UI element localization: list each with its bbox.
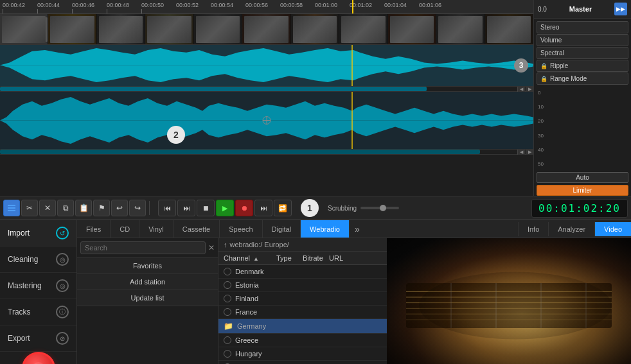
tabs-row: Files CD Vinyl Cassette Speech Digital W…	[77, 220, 631, 238]
mastering-label: Mastering	[8, 281, 42, 290]
channel-panel: ↑ webradio:/ Europe/ Channel ▲ Type Bitr…	[218, 238, 387, 364]
redo-button[interactable]: ↪	[129, 200, 146, 216]
radio-finland	[224, 295, 231, 302]
path-arrow-up[interactable]: ↑	[224, 241, 227, 248]
film-strip	[0, 14, 533, 45]
tab-speech[interactable]: Speech	[220, 220, 262, 238]
tab-analyzer[interactable]: Analyzer	[548, 222, 594, 236]
ruler-mark: 00:01:04	[384, 2, 407, 8]
channel-row-denmark[interactable]: Denmark	[218, 265, 387, 279]
path-text: webradio:/ Europe/	[230, 241, 289, 248]
channel-row-estonia[interactable]: Estonia	[218, 279, 387, 292]
channel-name-germany: Germany	[237, 322, 285, 330]
sidebar-item-mastering[interactable]: Mastering ◎	[0, 273, 76, 299]
tracks-label: Tracks	[8, 308, 31, 316]
col-type-header[interactable]: Type	[276, 254, 303, 262]
channel-row-france[interactable]: France	[218, 306, 387, 319]
channel-list: Denmark Estonia Finland	[218, 265, 387, 364]
timeline-ruler[interactable]: 00:00:42 00:00:44 00:00:46 00:00:48 00:0…	[0, 0, 533, 14]
copy-tool[interactable]: ⧉	[57, 200, 74, 216]
step-1-badge: 1	[301, 199, 319, 217]
tab-more-button[interactable]: »	[350, 221, 365, 238]
tab-cassette[interactable]: Cassette	[173, 220, 220, 238]
master-label: Master	[569, 5, 592, 13]
sidebar-item-cleaning[interactable]: Cleaning ◎	[0, 247, 76, 273]
col-url-header[interactable]: URL	[329, 254, 382, 262]
play-button[interactable]: ▶	[216, 200, 234, 216]
col-channel-header[interactable]: Channel ▲	[224, 254, 276, 262]
auto-button[interactable]: Auto	[537, 172, 628, 183]
tab-vinyl[interactable]: Vinyl	[139, 220, 173, 238]
record-transport-button[interactable]: ⏺	[235, 200, 253, 216]
ruler-mark: 00:00:52	[176, 2, 199, 8]
track-1-scrollbar[interactable]: ◀ ▶	[0, 87, 533, 92]
cleaning-icon: ◎	[56, 253, 69, 266]
master-level: 0.0	[538, 6, 547, 13]
mastering-icon: ◎	[56, 279, 69, 292]
radio-france	[224, 308, 231, 316]
channel-name-estonia: Estonia	[235, 281, 284, 289]
film-frame	[436, 14, 484, 45]
film-frame	[485, 14, 533, 45]
sidebar-item-import[interactable]: Import ↺	[0, 220, 76, 247]
tab-video[interactable]: Video	[594, 222, 631, 236]
channel-name-finland: Finland	[235, 295, 284, 302]
search-clear-button[interactable]: ✕	[208, 243, 215, 252]
loop-button[interactable]: 🔁	[274, 200, 292, 216]
stereo-label: Stereo	[540, 24, 559, 31]
channel-row-hungary[interactable]: Hungary	[218, 347, 387, 361]
film-frame	[388, 14, 436, 45]
update-list-button[interactable]: Update list	[77, 290, 218, 306]
cursor-tool[interactable]: ✂	[21, 200, 38, 216]
ruler-mark: 00:00:42	[3, 2, 25, 8]
sidebar-item-tracks[interactable]: Tracks ⓘ	[0, 299, 76, 325]
spectral-button[interactable]: Spectral	[537, 47, 628, 59]
stop-button[interactable]: ⏹	[197, 200, 215, 216]
file-browser: ✕ Favorites Add station Update list	[77, 238, 218, 364]
prev-button[interactable]: ⏭	[177, 200, 195, 216]
toolbar: ✂ ✕ ⧉ 📋 ⚑ ↩ ↪ ⏮ ⏭ ⏹ ▶ ⏺ ⏭ 🔁 1 Scrubbing …	[0, 196, 631, 220]
next-button[interactable]: ⏭	[254, 200, 272, 216]
channel-row-finland[interactable]: Finland	[218, 292, 387, 306]
record-button[interactable]	[22, 352, 55, 364]
range-mode-button[interactable]: 🔒 Range Mode	[537, 73, 628, 85]
film-frame	[291, 14, 339, 45]
search-input[interactable]	[80, 241, 206, 254]
skip-start-button[interactable]: ⏮	[158, 200, 176, 216]
flag-tool[interactable]: ⚑	[93, 200, 110, 216]
stereo-button[interactable]: Stereo	[537, 21, 628, 33]
channel-row-greece[interactable]: Greece	[218, 334, 387, 347]
menu-button[interactable]	[3, 200, 20, 216]
ripple-button[interactable]: 🔒 Ripple	[537, 60, 628, 72]
undo-button[interactable]: ↩	[111, 200, 128, 216]
content-panels: ✕ Favorites Add station Update list ↑ we…	[77, 238, 631, 364]
ripple-label: Ripple	[550, 62, 568, 69]
favorites-button[interactable]: Favorites	[77, 258, 218, 274]
export-icon: ⊘	[56, 332, 69, 345]
ruler-mark: 00:01:06	[419, 2, 441, 8]
scrubbing-slider[interactable]	[360, 207, 399, 209]
sidebar-item-export[interactable]: Export ⊘	[0, 325, 76, 352]
range-mode-label: Range Mode	[550, 75, 587, 82]
tab-webradio[interactable]: Webradio	[301, 220, 350, 238]
master-header: 0.0 Master ▶▶	[534, 0, 631, 19]
channel-header: Channel ▲ Type Bitrate URL	[218, 252, 387, 265]
channel-row-germany[interactable]: 📁 Germany	[218, 319, 387, 334]
tab-cd[interactable]: CD	[111, 220, 139, 238]
volume-button[interactable]: Volume	[537, 34, 628, 46]
limiter-button[interactable]: Limiter	[537, 185, 628, 196]
paste-tool[interactable]: 📋	[75, 200, 92, 216]
search-bar: ✕	[77, 238, 218, 258]
right-tabs: Info Analyzer Video	[518, 222, 631, 236]
channel-name-france: France	[235, 308, 284, 316]
tab-info[interactable]: Info	[518, 222, 548, 236]
tab-digital[interactable]: Digital	[263, 220, 301, 238]
cut-tool[interactable]: ✕	[39, 200, 56, 216]
tab-files[interactable]: Files	[77, 220, 111, 238]
track-2-scrollbar[interactable]: ◀ ▶	[0, 150, 533, 155]
channel-row-iceland[interactable]: Iceland	[218, 361, 387, 364]
add-station-button[interactable]: Add station	[77, 274, 218, 290]
col-bitrate-header[interactable]: Bitrate	[303, 254, 329, 262]
main-content: Files CD Vinyl Cassette Speech Digital W…	[77, 220, 631, 364]
volume-label: Volume	[540, 37, 562, 44]
